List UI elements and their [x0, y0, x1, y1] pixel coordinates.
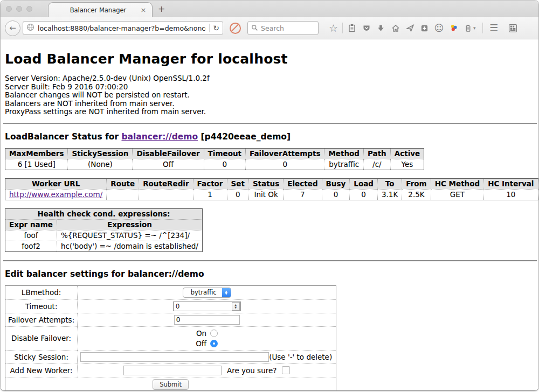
tab-close-icon[interactable]: × [139, 6, 148, 15]
url-bar[interactable]: localhost:8880/balancer-manager?b=demo&n… [23, 21, 223, 35]
balancer-settings-form: LBmethod: bytraffic ▲▼ Timeout: 0 ▲▼ [5, 285, 336, 390]
server-info: Server Version: Apache/2.5.0-dev (Unix) … [5, 74, 534, 116]
failover-attempts-label: Failover Attempts: [5, 313, 78, 326]
sticky-session-hint: (Use '-' to delete) [269, 353, 333, 361]
add-new-worker-input[interactable] [123, 366, 222, 375]
back-button[interactable]: ← [5, 20, 20, 36]
balancer-demo-link[interactable]: balancer://demo [121, 132, 198, 142]
tiles-icon[interactable] [506, 21, 520, 36]
edit-balancer-heading: Edit balancer settings for balancer://de… [5, 269, 534, 279]
reload-icon[interactable]: ↻ [213, 24, 219, 32]
home-icon[interactable] [388, 21, 403, 36]
sticky-session-input[interactable] [80, 352, 269, 362]
content-blocked-icon[interactable] [230, 23, 241, 34]
chat-icon[interactable]: ☺ [432, 21, 446, 36]
window-controls[interactable] [6, 6, 32, 12]
search-placeholder: Search [261, 24, 284, 32]
add-new-worker-label: Add New Worker: [5, 363, 78, 377]
zoom-window-button[interactable] [26, 6, 32, 12]
page-title: Load Balancer Manager for localhost [5, 51, 534, 67]
reading-list-icon[interactable] [344, 21, 359, 36]
table-row: http://www.example.com/ 1 0 Init Ok 7 0 … [5, 189, 539, 200]
pocket-icon[interactable] [359, 21, 374, 36]
lbmethod-select[interactable]: bytraffic ▲▼ [183, 288, 231, 298]
save-to-device-icon[interactable] [417, 21, 432, 36]
radio-on-label: On [196, 329, 206, 338]
colorpicker-icon[interactable] [446, 21, 461, 36]
toolbar-icons: ☆ ☺ [326, 21, 534, 36]
disable-failover-label: Disable Failover: [5, 326, 78, 350]
server-version: Server Version: Apache/2.5.0-dev (Unix) … [5, 74, 534, 83]
globe-icon [26, 23, 34, 33]
search-icon [251, 23, 258, 33]
menu-icon[interactable]: ☰ [487, 21, 501, 36]
loadbalancer-status-heading: LoadBalancer Status for balancer://demo … [5, 132, 534, 142]
table-row: 6 [1 Used] (None) Off 0 0 bytraffic /c/ … [5, 159, 424, 170]
health-check-table: Health check cond. expressions: Expr nam… [5, 208, 203, 252]
server-built: Server Built: Feb 9 2016 07:00:20 [5, 83, 534, 92]
sticky-session-label: Sticky Session: [5, 350, 78, 363]
failover-attempts-input[interactable] [174, 315, 240, 325]
balancer-status-table: MaxMembers StickySession DisableFailover… [5, 148, 424, 170]
radio-off-label: Off [196, 339, 206, 348]
page-content: Load Balancer Manager for localhost Serv… [1, 51, 538, 390]
new-tab-button[interactable]: + [158, 4, 165, 14]
disable-failover-on-radio[interactable] [210, 330, 218, 337]
send-icon[interactable] [403, 21, 417, 36]
navigation-toolbar: ← localhost:8880/balancer-manager?b=demo… [1, 17, 538, 39]
url-text[interactable]: localhost:8880/balancer-manager?b=demo&n… [38, 24, 206, 32]
bookmark-star-icon[interactable]: ☆ [326, 21, 341, 36]
notice-proxypass: ProxyPass settings are NOT inherited fro… [5, 108, 534, 116]
stepper-icon[interactable]: ▲▼ [232, 302, 240, 311]
browser-window: Balancer Manager × + ← localhost:8880/ba… [1, 1, 538, 390]
worker-url-link[interactable]: http://www.example.com/ [9, 190, 102, 199]
browser-tab[interactable]: Balancer Manager × [48, 2, 153, 17]
timeout-label: Timeout: [5, 299, 78, 313]
tab-bar: Balancer Manager × + [1, 1, 538, 17]
worker-status-table: Worker URL Route RouteRedir Factor Set S… [5, 178, 538, 200]
chevron-down-icon[interactable]: ▾ [473, 25, 476, 31]
close-window-button[interactable] [6, 6, 12, 12]
downloads-icon[interactable] [374, 21, 388, 36]
divider [3, 260, 537, 262]
table-row: foof2 hc('body') =~ /domain is establish… [5, 241, 203, 251]
are-you-sure-checkbox[interactable] [282, 366, 290, 374]
are-you-sure-label: Are you sure? [227, 366, 277, 375]
submit-button[interactable]: Submit [153, 379, 189, 390]
tab-title: Balancer Manager [49, 6, 139, 14]
lbmethod-label: LBmethod: [5, 285, 78, 299]
table-row: foof %{REQUEST_STATUS} =~ /^[234]/ [5, 230, 203, 241]
notice-persist: Balancer changes will NOT be persisted o… [5, 91, 534, 100]
notice-balancers: Balancers are NOT inherited from main se… [5, 100, 534, 108]
timeout-input[interactable]: 0 ▲▼ [173, 302, 241, 311]
minimize-window-button[interactable] [16, 6, 22, 12]
disable-failover-off-radio[interactable] [210, 340, 218, 347]
health-table-title: Health check cond. expressions: [5, 208, 203, 219]
divider [3, 123, 537, 124]
select-arrows-icon: ▲▼ [222, 288, 231, 297]
search-bar[interactable]: Search [247, 21, 319, 35]
